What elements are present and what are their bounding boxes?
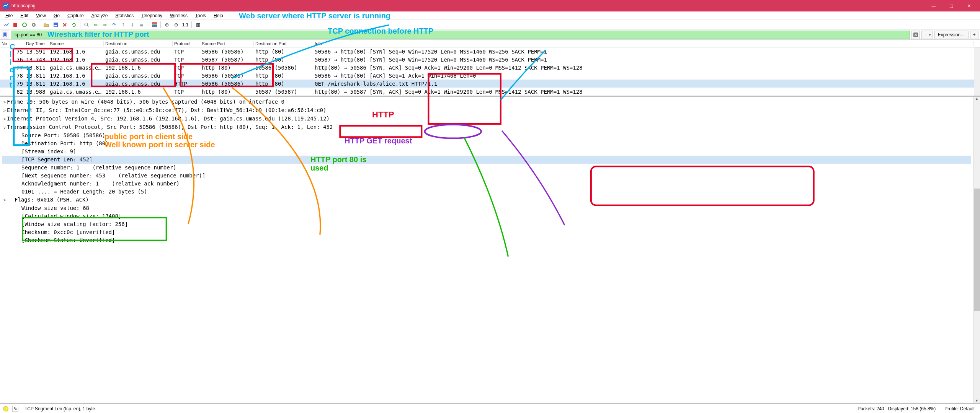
toolbar-restart-capture-icon[interactable]: [21, 21, 28, 29]
status-profile[interactable]: Profile: Default: [942, 406, 977, 411]
toolbar-separator: [191, 21, 192, 28]
menu-help[interactable]: Help: [210, 12, 227, 19]
status-bar: ✎ TCP Segment Len (tcp.len), 1 byte Pack…: [0, 404, 980, 413]
detail-line[interactable]: >Frame 79: 506 bytes on wire (4048 bits)…: [2, 98, 971, 106]
expert-info-led-icon[interactable]: [3, 406, 8, 411]
toolbar-next-icon[interactable]: ⇒: [101, 21, 109, 29]
filter-apply-button[interactable]: → ▾: [921, 31, 933, 39]
col-source[interactable]: Source: [48, 41, 104, 46]
col-blank: [10, 43, 24, 44]
detail-line[interactable]: >Internet Protocol Version 4, Src: 192.1…: [2, 115, 971, 123]
status-packet-counts: Packets: 240 · Displayed: 158 (65.8%): [855, 406, 938, 411]
detail-line[interactable]: [Calculated window size: 17408]: [2, 212, 971, 220]
packet-row[interactable]: 7613.743192.168.1.6gaia.cs.umass.eduTCP5…: [0, 55, 980, 63]
packet-row[interactable]: 7813.811192.168.1.6gaia.cs.umass.eduTCP5…: [0, 72, 980, 80]
toolbar-close-icon[interactable]: [61, 21, 69, 29]
packet-row[interactable]: 7513.591192.168.1.6gaia.cs.umass.eduTCP5…: [0, 47, 980, 55]
packet-row[interactable]: 7713.811gaia.cs.umass.e…192.168.1.6TCPht…: [0, 63, 980, 72]
col-protocol[interactable]: Protocol: [173, 41, 200, 46]
app-logo-icon: [2, 2, 9, 9]
menu-analyze[interactable]: Analyze: [88, 12, 112, 19]
menu-file[interactable]: File: [2, 12, 16, 19]
status-field-info: TCP Segment Len (tcp.len), 1 byte: [22, 406, 98, 411]
filter-bookmark-icon[interactable]: [1, 31, 9, 39]
detail-line[interactable]: [TCP Segment Len: 452]: [2, 156, 971, 164]
toolbar-find-icon[interactable]: [83, 21, 90, 29]
toolbar-zoom-reset-icon[interactable]: 1:1: [181, 21, 189, 29]
menu-tools[interactable]: Tools: [191, 12, 210, 19]
svg-rect-11: [152, 25, 157, 27]
toolbar-autoscroll-icon[interactable]: ≣: [138, 21, 145, 29]
details-scrollbar[interactable]: ▲▼: [973, 97, 980, 403]
filter-add-button[interactable]: ＋: [970, 31, 978, 39]
toolbar-resize-columns-icon[interactable]: ▥: [194, 21, 202, 29]
detail-line[interactable]: [Window size scaling factor: 256]: [2, 220, 971, 228]
toolbar-open-icon[interactable]: [42, 21, 50, 29]
filter-expression-button[interactable]: Expression…: [934, 31, 969, 39]
svg-rect-9: [152, 22, 157, 24]
svg-rect-10: [152, 24, 157, 25]
main-toolbar: ⇐ ⇒ ↷ ⤒ ⤓ ≣ ⊕ ⊖ 1:1 ▥: [0, 20, 980, 30]
edit-capture-comment-icon[interactable]: ✎: [12, 406, 18, 412]
display-filter-input[interactable]: [11, 31, 910, 39]
packet-list-header[interactable]: No Day Time Source Destination Protocol …: [0, 40, 980, 47]
menu-view[interactable]: View: [32, 12, 50, 19]
detail-line[interactable]: [Next sequence number: 453 (relative seq…: [2, 172, 971, 180]
toolbar-goto-first-icon[interactable]: ⤒: [119, 21, 127, 29]
window-maximize-button[interactable]: ▢: [942, 0, 960, 11]
toolbar-stop-capture-icon[interactable]: [11, 21, 19, 29]
toolbar-save-icon[interactable]: [52, 21, 59, 29]
toolbar-options-icon[interactable]: [30, 21, 38, 29]
toolbar-zoom-out-icon[interactable]: ⊖: [172, 21, 180, 29]
toolbar-start-capture-icon[interactable]: [2, 21, 10, 29]
detail-line[interactable]: Window size value: 68: [2, 204, 971, 212]
packet-row[interactable]: 8213.988gaia.cs.umass.e…192.168.1.6TCPht…: [0, 88, 980, 96]
packet-row[interactable]: 7913.811192.168.1.6gaia.cs.umass.eduHTTP…: [0, 80, 980, 88]
col-sport[interactable]: Source Port: [200, 41, 254, 46]
window-titlebar: http.pcapng — ▢ ✕: [0, 0, 980, 11]
menu-go[interactable]: Go: [50, 12, 64, 19]
window-title: http.pcapng: [11, 3, 925, 8]
detail-line[interactable]: Checksum: 0xcc0c [unverified]: [2, 228, 971, 236]
filter-clear-button[interactable]: [911, 31, 920, 39]
toolbar-prev-icon[interactable]: ⇐: [92, 21, 100, 29]
menu-statistics[interactable]: Statistics: [111, 12, 137, 19]
toolbar-goto-last-icon[interactable]: ⤓: [129, 21, 136, 29]
col-destination[interactable]: Destination: [104, 41, 173, 46]
packet-details-pane[interactable]: >Frame 79: 506 bytes on wire (4048 bits)…: [0, 97, 980, 404]
detail-line[interactable]: Destination Port: http (80): [2, 140, 971, 148]
scrollbar-thumb[interactable]: [974, 189, 980, 311]
detail-line[interactable]: Acknowledgment number: 1 (relative ack n…: [2, 180, 971, 188]
packet-list-pane[interactable]: No Day Time Source Destination Protocol …: [0, 40, 980, 97]
toolbar-zoom-in-icon[interactable]: ⊕: [163, 21, 171, 29]
menu-capture[interactable]: Capture: [64, 12, 88, 19]
window-close-button[interactable]: ✕: [960, 0, 978, 11]
toolbar-colorize-icon[interactable]: [150, 21, 158, 29]
svg-point-4: [33, 24, 34, 26]
detail-line[interactable]: >Ethernet II, Src: IntelCor_8c:ce:77 (5c…: [2, 106, 971, 115]
detail-line[interactable]: vTransmission Control Protocol, Src Port…: [2, 123, 971, 132]
detail-line[interactable]: [Stream index: 9]: [2, 148, 971, 156]
detail-line[interactable]: >Flags: 0x018 (PSH, ACK): [2, 196, 971, 204]
menu-wireless[interactable]: Wireless: [166, 12, 191, 19]
detail-line[interactable]: [Checksum Status: Unverified]: [2, 236, 971, 244]
svg-point-7: [85, 23, 88, 26]
detail-line[interactable]: 0101 .... = Header Length: 20 bytes (5): [2, 188, 971, 196]
svg-line-8: [87, 26, 89, 27]
col-dport[interactable]: Destination Port: [254, 41, 313, 46]
col-info[interactable]: Info: [313, 41, 974, 46]
toolbar-jump-icon[interactable]: ↷: [110, 21, 118, 29]
menu-bar: File Edit View Go Capture Analyze Statis…: [0, 11, 980, 20]
window-minimize-button[interactable]: —: [925, 0, 942, 11]
menu-telephony[interactable]: Telephony: [137, 12, 166, 19]
detail-line[interactable]: Sequence number: 1 (relative sequence nu…: [2, 164, 971, 172]
detail-line[interactable]: Source Port: 50586 (50586): [2, 132, 971, 140]
col-no[interactable]: No: [0, 41, 10, 46]
packet-list-scrollbar[interactable]: [974, 47, 980, 96]
svg-rect-1: [13, 23, 17, 27]
col-time[interactable]: Day Time: [24, 41, 48, 46]
display-filter-bar: → ▾ Expression… ＋: [0, 30, 980, 40]
svg-point-2: [23, 23, 26, 27]
menu-edit[interactable]: Edit: [16, 12, 32, 19]
toolbar-reload-icon[interactable]: [70, 21, 78, 29]
